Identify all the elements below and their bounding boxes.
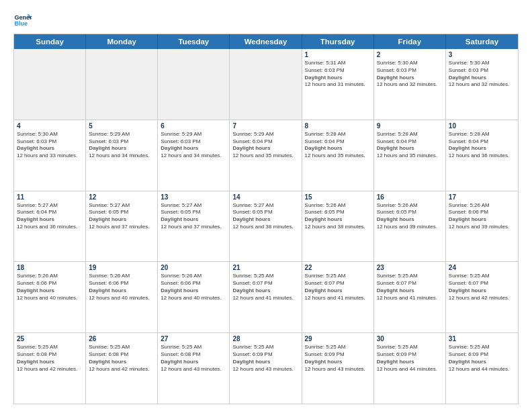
cell-info: Sunrise: 5:29 AMSunset: 6:04 PMDaylight … [232, 131, 298, 160]
day-number: 21 [232, 264, 298, 271]
cell-info: Sunrise: 5:30 AMSunset: 6:03 PMDaylight … [17, 131, 83, 160]
calendar-cell: 8Sunrise: 5:28 AMSunset: 6:04 PMDaylight… [302, 120, 374, 191]
cell-info: Sunrise: 5:26 AMSunset: 6:06 PMDaylight … [89, 273, 154, 302]
calendar-cell: 5Sunrise: 5:29 AMSunset: 6:03 PMDaylight… [86, 120, 158, 191]
calendar-week-row: 11Sunrise: 5:27 AMSunset: 6:04 PMDayligh… [14, 191, 518, 262]
calendar-cell: 24Sunrise: 5:25 AMSunset: 6:07 PMDayligh… [446, 262, 518, 332]
calendar-cell: 11Sunrise: 5:27 AMSunset: 6:04 PMDayligh… [14, 191, 86, 262]
calendar-cell: 3Sunrise: 5:30 AMSunset: 6:03 PMDaylight… [446, 49, 518, 120]
calendar-cell: 18Sunrise: 5:26 AMSunset: 6:06 PMDayligh… [14, 262, 86, 332]
day-number: 15 [305, 193, 371, 201]
calendar-cell: 23Sunrise: 5:25 AMSunset: 6:07 PMDayligh… [374, 262, 446, 332]
day-number: 13 [161, 193, 226, 201]
cell-info: Sunrise: 5:25 AMSunset: 6:09 PMDaylight … [305, 344, 371, 373]
day-number: 31 [449, 335, 515, 342]
cell-info: Sunrise: 5:25 AMSunset: 6:08 PMDaylight … [161, 344, 226, 373]
day-number: 5 [89, 122, 154, 130]
calendar-header-cell: Friday [374, 34, 446, 49]
calendar-cell [158, 49, 230, 120]
day-number: 24 [449, 264, 515, 271]
day-number: 16 [377, 193, 443, 201]
day-number: 12 [89, 193, 154, 201]
calendar-cell: 2Sunrise: 5:30 AMSunset: 6:03 PMDaylight… [374, 49, 446, 120]
calendar: SundayMondayTuesdayWednesdayThursdayFrid… [13, 34, 519, 404]
calendar-cell: 13Sunrise: 5:27 AMSunset: 6:05 PMDayligh… [158, 191, 230, 262]
day-number: 28 [232, 335, 298, 342]
calendar-cell: 27Sunrise: 5:25 AMSunset: 6:08 PMDayligh… [158, 333, 230, 404]
cell-info: Sunrise: 5:25 AMSunset: 6:08 PMDaylight … [89, 344, 154, 373]
calendar-header-cell: Wednesday [230, 34, 302, 49]
calendar-cell: 12Sunrise: 5:27 AMSunset: 6:05 PMDayligh… [86, 191, 158, 262]
calendar-week-row: 4Sunrise: 5:30 AMSunset: 6:03 PMDaylight… [14, 120, 518, 191]
calendar-cell: 29Sunrise: 5:25 AMSunset: 6:09 PMDayligh… [302, 333, 374, 404]
day-number: 23 [377, 264, 443, 271]
calendar-header-cell: Saturday [446, 34, 518, 49]
cell-info: Sunrise: 5:26 AMSunset: 6:05 PMDaylight … [377, 202, 443, 231]
day-number: 29 [305, 335, 371, 342]
calendar-cell: 22Sunrise: 5:25 AMSunset: 6:07 PMDayligh… [302, 262, 374, 332]
cell-info: Sunrise: 5:28 AMSunset: 6:04 PMDaylight … [377, 131, 443, 160]
day-number: 19 [89, 264, 154, 271]
day-number: 22 [305, 264, 371, 271]
cell-info: Sunrise: 5:27 AMSunset: 6:05 PMDaylight … [161, 202, 226, 231]
day-number: 10 [449, 122, 515, 130]
calendar-cell: 17Sunrise: 5:26 AMSunset: 6:06 PMDayligh… [446, 191, 518, 262]
day-number: 17 [449, 193, 515, 201]
calendar-cell: 1Sunrise: 5:31 AMSunset: 6:03 PMDaylight… [302, 49, 374, 120]
calendar-cell [86, 49, 158, 120]
day-number: 2 [377, 51, 443, 58]
cell-info: Sunrise: 5:28 AMSunset: 6:04 PMDaylight … [305, 131, 371, 160]
cell-info: Sunrise: 5:26 AMSunset: 6:06 PMDaylight … [449, 202, 515, 231]
cell-info: Sunrise: 5:25 AMSunset: 6:07 PMDaylight … [305, 273, 371, 302]
cell-info: Sunrise: 5:25 AMSunset: 6:07 PMDaylight … [377, 273, 443, 302]
calendar-cell: 20Sunrise: 5:26 AMSunset: 6:06 PMDayligh… [158, 262, 230, 332]
day-number: 7 [232, 122, 298, 130]
svg-text:Blue: Blue [14, 20, 28, 27]
calendar-cell: 19Sunrise: 5:26 AMSunset: 6:06 PMDayligh… [86, 262, 158, 332]
calendar-cell: 31Sunrise: 5:25 AMSunset: 6:09 PMDayligh… [446, 333, 518, 404]
calendar-body: 1Sunrise: 5:31 AMSunset: 6:03 PMDaylight… [14, 49, 518, 404]
calendar-week-row: 25Sunrise: 5:25 AMSunset: 6:08 PMDayligh… [14, 332, 518, 404]
logo: General Blue [13, 11, 32, 30]
calendar-header-cell: Tuesday [158, 34, 230, 49]
cell-info: Sunrise: 5:30 AMSunset: 6:03 PMDaylight … [377, 60, 443, 89]
calendar-header-cell: Sunday [14, 34, 86, 49]
day-number: 8 [305, 122, 371, 130]
cell-info: Sunrise: 5:26 AMSunset: 6:06 PMDaylight … [161, 273, 226, 302]
day-number: 6 [161, 122, 226, 130]
day-number: 25 [17, 335, 83, 342]
calendar-cell: 21Sunrise: 5:25 AMSunset: 6:07 PMDayligh… [230, 262, 302, 332]
calendar-header: SundayMondayTuesdayWednesdayThursdayFrid… [14, 34, 518, 49]
cell-info: Sunrise: 5:26 AMSunset: 6:05 PMDaylight … [305, 202, 371, 231]
cell-info: Sunrise: 5:27 AMSunset: 6:04 PMDaylight … [17, 202, 83, 231]
day-number: 30 [377, 335, 443, 342]
calendar-cell: 26Sunrise: 5:25 AMSunset: 6:08 PMDayligh… [86, 333, 158, 404]
calendar-cell: 28Sunrise: 5:25 AMSunset: 6:09 PMDayligh… [230, 333, 302, 404]
calendar-cell: 9Sunrise: 5:28 AMSunset: 6:04 PMDaylight… [374, 120, 446, 191]
day-number: 4 [17, 122, 83, 130]
calendar-cell: 15Sunrise: 5:26 AMSunset: 6:05 PMDayligh… [302, 191, 374, 262]
cell-info: Sunrise: 5:25 AMSunset: 6:09 PMDaylight … [377, 344, 443, 373]
calendar-cell [230, 49, 302, 120]
day-number: 27 [161, 335, 226, 342]
calendar-header-cell: Thursday [302, 34, 374, 49]
day-number: 18 [17, 264, 83, 271]
cell-info: Sunrise: 5:30 AMSunset: 6:03 PMDaylight … [449, 60, 515, 89]
calendar-cell: 25Sunrise: 5:25 AMSunset: 6:08 PMDayligh… [14, 333, 86, 404]
cell-info: Sunrise: 5:25 AMSunset: 6:09 PMDaylight … [449, 344, 515, 373]
cell-info: Sunrise: 5:29 AMSunset: 6:03 PMDaylight … [89, 131, 154, 160]
calendar-cell: 4Sunrise: 5:30 AMSunset: 6:03 PMDaylight… [14, 120, 86, 191]
calendar-week-row: 1Sunrise: 5:31 AMSunset: 6:03 PMDaylight… [14, 49, 518, 120]
cell-info: Sunrise: 5:26 AMSunset: 6:06 PMDaylight … [17, 273, 83, 302]
day-number: 11 [17, 193, 83, 201]
calendar-cell: 14Sunrise: 5:27 AMSunset: 6:05 PMDayligh… [230, 191, 302, 262]
calendar-cell: 16Sunrise: 5:26 AMSunset: 6:05 PMDayligh… [374, 191, 446, 262]
cell-info: Sunrise: 5:28 AMSunset: 6:04 PMDaylight … [449, 131, 515, 160]
cell-info: Sunrise: 5:25 AMSunset: 6:08 PMDaylight … [17, 344, 83, 373]
day-number: 20 [161, 264, 226, 271]
cell-info: Sunrise: 5:29 AMSunset: 6:03 PMDaylight … [161, 131, 226, 160]
day-number: 26 [89, 335, 154, 342]
cell-info: Sunrise: 5:25 AMSunset: 6:07 PMDaylight … [232, 273, 298, 302]
calendar-cell [14, 49, 86, 120]
day-number: 1 [305, 51, 371, 58]
